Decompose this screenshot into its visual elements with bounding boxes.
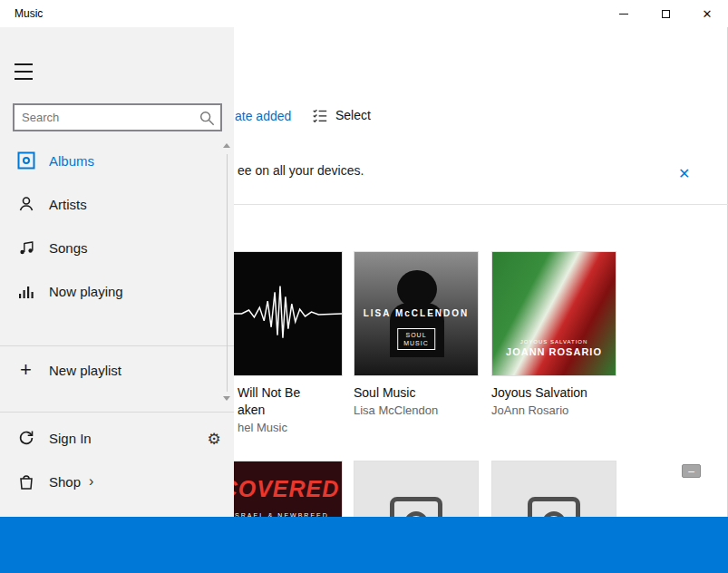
close-icon: ✕ xyxy=(678,166,690,181)
select-button[interactable]: Select xyxy=(312,107,371,123)
hamburger-menu-button[interactable] xyxy=(15,63,33,80)
search-input[interactable] xyxy=(15,111,193,124)
album-cover-joyous-salvation[interactable]: JOYOUS SALVATION JOANN ROSARIO xyxy=(491,251,616,376)
scroll-down-arrow-icon[interactable] xyxy=(223,396,230,401)
album-title[interactable]: Soul Music xyxy=(354,385,415,400)
album-title[interactable]: Will Not Be xyxy=(238,385,300,400)
sidebar-nav: Albums Artists Songs xyxy=(0,139,234,313)
sidebar-item-artists[interactable]: Artists xyxy=(0,182,234,226)
sidebar-item-albums[interactable]: Albums xyxy=(0,139,234,182)
search-box xyxy=(13,103,222,131)
select-list-icon xyxy=(312,107,328,123)
shop-bag-icon xyxy=(16,472,35,491)
album-title[interactable]: Joyous Salvation xyxy=(491,385,587,400)
sidebar-item-label: Songs xyxy=(49,240,88,256)
sync-icon xyxy=(16,429,35,448)
sidebar-scrollbar[interactable] xyxy=(227,154,228,392)
select-label: Select xyxy=(335,108,371,122)
sidebar-item-label: Albums xyxy=(49,153,94,169)
album-cover-soul-music[interactable]: LISA McCLENDON SOUL MUSIC xyxy=(354,251,479,376)
chevron-right-icon: › xyxy=(89,473,93,490)
scrollbar-minus-button[interactable]: – xyxy=(682,464,701,478)
album-art-text: LISA McCLENDON xyxy=(354,308,478,318)
scroll-up-arrow-icon[interactable] xyxy=(223,143,230,148)
album-art-text: SOUL MUSIC xyxy=(397,328,435,350)
album-cover-we-will-not-be-shaken[interactable] xyxy=(218,251,343,376)
sidebar-item-songs[interactable]: Songs xyxy=(0,226,234,269)
sort-by-link[interactable]: ate added xyxy=(235,109,291,123)
album-art-text: JOYOUS SALVATION xyxy=(492,339,616,345)
window-controls: ✕ xyxy=(603,0,728,27)
search-icon[interactable] xyxy=(193,110,220,126)
divider xyxy=(234,204,728,205)
settings-button[interactable]: ⚙ xyxy=(203,428,225,450)
minimize-button[interactable] xyxy=(603,0,645,27)
notification-close-button[interactable]: ✕ xyxy=(678,165,690,182)
maximize-icon xyxy=(662,10,670,18)
notification-text: ee on all your devices. xyxy=(238,163,364,178)
album-artist: Lisa McClendon xyxy=(354,403,438,417)
artist-icon xyxy=(16,195,35,214)
album-art-text: COVERED xyxy=(218,476,342,502)
new-playlist-label: New playlist xyxy=(49,363,121,378)
album-artist: JoAnn Rosario xyxy=(491,403,568,417)
shop-button[interactable]: Shop › xyxy=(0,460,234,503)
music-note-icon xyxy=(16,238,35,257)
close-icon: ✕ xyxy=(703,7,713,21)
waveform-art xyxy=(218,252,342,375)
music-app-window: { "titlebar": { "title": "Music", "close… xyxy=(0,0,728,573)
titlebar: Music ✕ xyxy=(0,0,728,27)
sidebar-item-now-playing[interactable]: Now playing xyxy=(0,269,234,313)
equalizer-bars-icon xyxy=(16,282,35,301)
hamburger-icon xyxy=(15,63,33,65)
album-artist: hel Music xyxy=(238,421,287,434)
maximize-button[interactable] xyxy=(645,0,686,27)
album-title[interactable]: aken xyxy=(238,403,265,417)
sign-in-label: Sign In xyxy=(49,431,92,446)
playback-bar: 100 xyxy=(0,517,728,573)
new-playlist-button[interactable]: + New playlist xyxy=(0,348,234,392)
sign-in-button[interactable]: Sign In xyxy=(0,416,234,460)
sidebar-item-label: Artists xyxy=(49,197,87,212)
sidebar: Albums Artists Songs xyxy=(0,27,234,517)
sidebar-item-label: Now playing xyxy=(49,284,123,299)
album-art-text: JOANN ROSARIO xyxy=(492,346,616,357)
divider xyxy=(0,412,234,413)
app-title: Music xyxy=(15,7,43,20)
albums-icon xyxy=(16,151,35,170)
shop-label: Shop xyxy=(49,474,81,490)
close-button[interactable]: ✕ xyxy=(686,0,728,27)
plus-icon: + xyxy=(16,361,35,380)
minimize-icon xyxy=(619,14,628,15)
gear-icon: ⚙ xyxy=(207,431,220,448)
divider xyxy=(0,345,234,346)
